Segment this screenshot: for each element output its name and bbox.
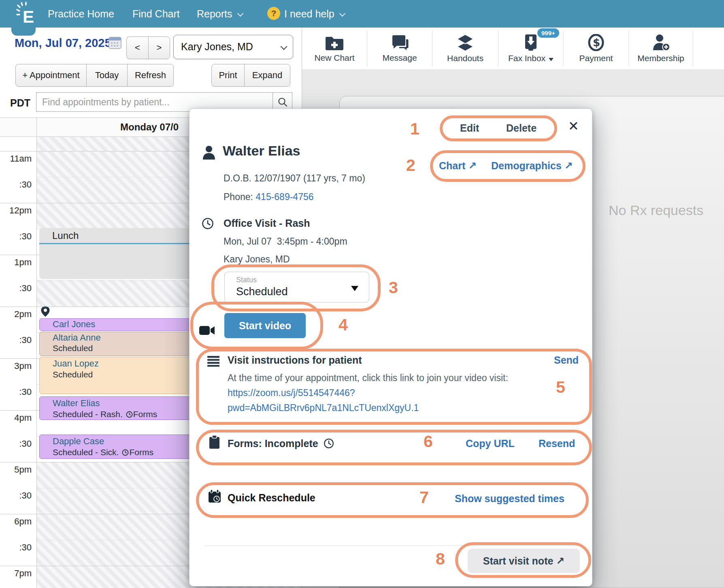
- add-appointment-button[interactable]: + Appointment: [15, 64, 86, 87]
- nav-practice-home[interactable]: Practice Home: [48, 8, 114, 20]
- payment-button[interactable]: $ Payment: [564, 28, 628, 69]
- today-button[interactable]: Today: [86, 64, 127, 87]
- appointment-provider: Kary Jones, MD: [224, 254, 290, 265]
- start-video-button[interactable]: Start video: [224, 313, 306, 338]
- day-header-label: Monday 07/0: [120, 121, 179, 133]
- folder-plus-icon: [325, 34, 344, 51]
- current-date[interactable]: Mon, Jul 07, 2025: [15, 36, 111, 50]
- appointment-title: Office Visit - Rash: [224, 217, 310, 229]
- time-label: 3pm: [0, 361, 32, 371]
- patient-dob: D.O.B. 12/07/1907 (117 yrs, 7 mo): [224, 173, 365, 184]
- chart-link[interactable]: Chart ↗: [439, 160, 477, 172]
- time-label: 2pm: [0, 309, 32, 320]
- calendar-icon[interactable]: [109, 36, 121, 49]
- chat-bubble-icon: [390, 34, 409, 51]
- annotation-number-1: 1: [410, 119, 419, 138]
- chevron-down-icon: [281, 43, 287, 50]
- svg-text:E: E: [23, 7, 34, 26]
- instructions-text: At the time of your appointment, click t…: [228, 371, 517, 415]
- chart-toolbar: New Chart Message Handouts Fax Inbox 999…: [302, 28, 724, 69]
- caret-down-icon: [549, 58, 554, 61]
- expand-button[interactable]: Expand: [244, 64, 290, 87]
- handouts-button[interactable]: Handouts: [432, 28, 498, 69]
- time-label: :30: [0, 283, 32, 294]
- status-dropdown-label: Status: [236, 276, 257, 284]
- chevron-down-icon: [237, 11, 243, 17]
- refresh-button[interactable]: Refresh: [127, 64, 174, 87]
- annotation-number-6: 6: [424, 432, 433, 451]
- external-link-icon: ↗: [556, 555, 564, 567]
- new-chart-button[interactable]: New Chart: [302, 28, 367, 69]
- clock-icon: [126, 411, 133, 418]
- clock-icon: [122, 449, 129, 456]
- appointment-time: Mon, Jul 07 3:45pm - 4:00pm: [224, 236, 347, 247]
- time-label: 6pm: [0, 516, 32, 527]
- external-link-icon: ↗: [564, 160, 573, 172]
- start-visit-note-button[interactable]: Start visit note ↗: [468, 549, 580, 573]
- delete-button[interactable]: Delete: [506, 122, 537, 134]
- show-suggested-times-link[interactable]: Show suggested times: [455, 493, 564, 505]
- print-button[interactable]: Print: [211, 64, 244, 87]
- tool-label: Payment: [579, 53, 613, 63]
- provider-select-value: Kary Jones, MD: [181, 41, 253, 52]
- help-icon: ?: [267, 7, 280, 20]
- demographics-link-label: Demographics: [491, 160, 562, 171]
- demographics-link[interactable]: Demographics ↗: [491, 160, 573, 172]
- time-label: :30: [0, 335, 32, 345]
- tool-label: New Chart: [314, 53, 354, 63]
- reschedule-calendar-icon: [208, 490, 221, 503]
- phone-link[interactable]: 415-689-4756: [256, 192, 313, 202]
- status-dropdown-value: Scheduled: [236, 285, 288, 298]
- resend-link[interactable]: Resend: [539, 438, 575, 450]
- forms-status: Forms: Incomplete: [228, 438, 334, 450]
- date-nav-group: < >: [126, 36, 170, 59]
- tool-label: Message: [382, 53, 417, 63]
- annotation-ring-1: [440, 115, 557, 141]
- forms-status-label: Forms: Incomplete: [228, 438, 318, 449]
- nav-help[interactable]: I need help: [284, 8, 345, 20]
- search-icon: [277, 97, 288, 107]
- zoom-link[interactable]: https://zoom.us/j/5514547446?pwd=AbMGiLB…: [228, 388, 419, 413]
- time-label: :30: [0, 490, 32, 501]
- status-dropdown[interactable]: Status Scheduled: [224, 272, 369, 303]
- app-logo[interactable]: E: [11, 0, 36, 36]
- grid-divider: [36, 118, 37, 136]
- tool-label: Handouts: [447, 53, 483, 63]
- phone-label: Phone:: [224, 192, 253, 202]
- fax-count-badge: 999+: [537, 28, 559, 38]
- timezone-label: PDT: [10, 97, 30, 109]
- membership-button[interactable]: Membership: [629, 28, 693, 69]
- patient-name: Walter Elias: [223, 143, 300, 159]
- message-button[interactable]: Message: [367, 28, 432, 69]
- send-link[interactable]: Send: [554, 354, 579, 366]
- time-label: 7pm: [0, 568, 32, 579]
- instructions-title: Visit instructions for patient: [228, 354, 362, 366]
- popup-divider: [205, 545, 583, 546]
- event-status-text: Scheduled - Rash.: [53, 409, 123, 419]
- fax-inbox-button[interactable]: Fax Inbox 999+: [498, 28, 563, 69]
- annotation-number-5: 5: [556, 378, 565, 397]
- nav-find-chart[interactable]: Find Chart: [132, 8, 180, 20]
- patient-icon: [202, 145, 216, 160]
- provider-select[interactable]: Kary Jones, MD: [173, 35, 293, 59]
- annotation-number-3: 3: [389, 278, 398, 297]
- close-icon[interactable]: ×: [569, 116, 579, 136]
- print-expand-group: Print Expand: [211, 64, 290, 87]
- dollar-icon: $: [588, 34, 605, 51]
- time-label: :30: [0, 387, 32, 397]
- time-label: 12pm: [0, 205, 32, 216]
- tool-label: Membership: [637, 53, 684, 63]
- grid-divider: [36, 137, 37, 588]
- calendar-actions-group: + Appointment Today Refresh: [15, 64, 174, 87]
- clock-icon: [202, 217, 214, 230]
- nav-reports[interactable]: Reports: [197, 8, 243, 20]
- time-label: :30: [0, 439, 32, 449]
- annotation-number-4: 4: [339, 315, 348, 334]
- external-link-icon: ↗: [468, 160, 477, 172]
- edit-button[interactable]: Edit: [460, 122, 479, 134]
- nav-help-label: I need help: [284, 8, 334, 19]
- prev-day-button[interactable]: <: [126, 36, 148, 59]
- copy-url-link[interactable]: Copy URL: [466, 438, 515, 450]
- event-forms-text: Forms: [129, 447, 153, 457]
- next-day-button[interactable]: >: [148, 36, 170, 59]
